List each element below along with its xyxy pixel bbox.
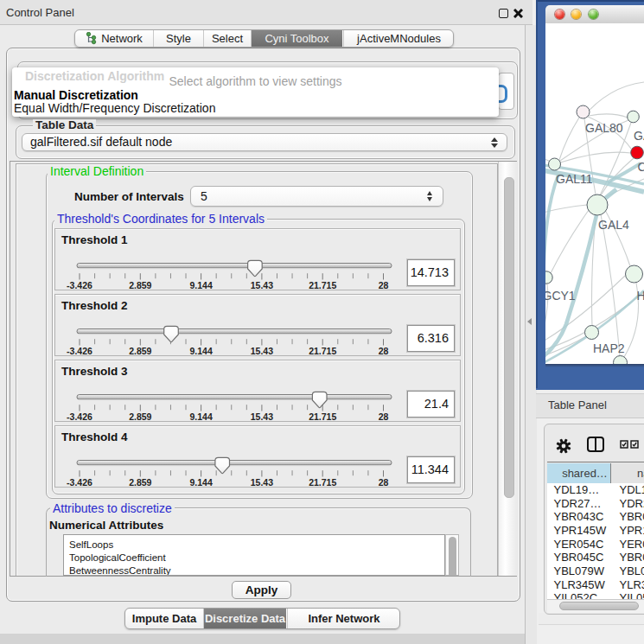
svg-text:9.144: 9.144 xyxy=(189,477,212,488)
svg-text:2.859: 2.859 xyxy=(129,477,151,488)
svg-text:-3.426: -3.426 xyxy=(67,477,92,488)
svg-text:15.43: 15.43 xyxy=(251,280,273,290)
svg-text:9.144: 9.144 xyxy=(189,346,212,356)
svg-text:21.715: 21.715 xyxy=(309,346,336,356)
svg-text:GAL11: GAL11 xyxy=(556,172,593,186)
svg-text:GAL80: GAL80 xyxy=(585,121,623,135)
svg-text:28: 28 xyxy=(379,280,389,290)
svg-text:15.43: 15.43 xyxy=(251,411,273,422)
svg-text:21.715: 21.715 xyxy=(309,411,336,422)
svg-text:2.859: 2.859 xyxy=(129,280,151,290)
svg-text:GAL4: GAL4 xyxy=(598,218,629,232)
svg-text:28: 28 xyxy=(379,477,389,488)
svg-text:21.715: 21.715 xyxy=(309,280,336,290)
svg-text:HA: HA xyxy=(637,289,644,303)
svg-text:CR: CR xyxy=(638,160,644,174)
svg-text:HAP2: HAP2 xyxy=(593,341,625,355)
svg-text:9.144: 9.144 xyxy=(189,411,212,422)
svg-text:15.43: 15.43 xyxy=(251,477,273,488)
svg-text:15.43: 15.43 xyxy=(251,346,273,356)
svg-text:-3.426: -3.426 xyxy=(67,280,92,290)
svg-text:28: 28 xyxy=(379,346,389,356)
svg-text:21.715: 21.715 xyxy=(309,477,336,488)
svg-text:28: 28 xyxy=(379,411,389,422)
svg-text:9.144: 9.144 xyxy=(189,280,212,290)
svg-text:GA: GA xyxy=(634,129,644,143)
svg-text:-3.426: -3.426 xyxy=(67,346,92,356)
svg-text:2.859: 2.859 xyxy=(129,411,151,422)
svg-text:-3.426: -3.426 xyxy=(67,411,92,422)
svg-text:2.859: 2.859 xyxy=(129,346,151,356)
svg-text:GCY1: GCY1 xyxy=(545,289,576,303)
